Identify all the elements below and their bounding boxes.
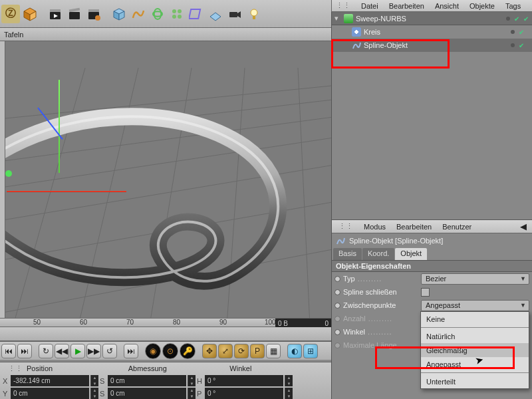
axis-y-icon [59,80,60,173]
menu-datei[interactable]: Datei [361,2,378,10]
axis-x-icon [7,191,126,192]
chevron-down-icon: ▼ [520,275,526,282]
hdr-winkel: Winkel [229,364,331,372]
typ-dropdown[interactable]: Bezier▼ [421,273,529,285]
visibility-dots: ✔✔ ✔ ✔ [503,12,532,52]
tool-clap3-icon[interactable] [84,5,103,23]
tab-basis[interactable]: Basis [333,248,362,260]
tool-cube-orange-icon[interactable] [21,5,39,23]
svg-rect-9 [88,9,99,12]
attr-menu-modus[interactable]: Modus [364,223,386,231]
svg-marker-21 [237,11,241,18]
attr-menu-benutzer[interactable]: Benutzer [442,223,471,231]
pos-y-input[interactable]: 0 cm [11,388,89,399]
attr-back-icon[interactable]: ◀ [520,221,527,231]
tab-koord[interactable]: Koord. [362,248,394,260]
disclosure-icon[interactable]: ▾ [334,14,341,23]
snap2-button[interactable]: ⊞ [303,344,318,358]
annotation-highlight-2 [375,346,515,369]
go-start-button[interactable]: ⏮ [1,344,16,358]
rotate-button[interactable]: ⟳ [234,344,249,358]
svg-rect-7 [69,7,80,12]
svg-rect-4 [50,9,61,12]
abm-y-input[interactable]: 0 cm [108,388,186,399]
play-button[interactable]: ▶ [70,344,85,358]
param-button[interactable]: P [250,344,265,358]
loop-button[interactable]: ↻ [39,344,53,358]
schliessen-checkbox[interactable] [421,288,430,297]
hdr-abmessung: Abmessung [128,364,230,372]
dd-unterteilt[interactable]: Unterteilt [421,374,529,388]
move-button[interactable]: ✥ [202,344,217,358]
tool-clap1-icon[interactable] [46,5,65,23]
svg-rect-20 [229,12,237,17]
prim-floor-icon[interactable] [206,5,225,23]
wnk-p-input[interactable]: 0 ° [205,388,283,399]
menu-objekte[interactable]: Objekte [469,2,495,10]
autokey-button[interactable]: ⊙ [162,343,178,359]
section-objekt-eigenschaften: Objekt-Eigenschaften [332,260,532,272]
anim-dot-icon[interactable] [334,289,340,295]
zwischenpunkte-dropdown[interactable]: Angepasst▼ [421,300,529,311]
tool-clap2-icon[interactable] [65,5,84,23]
objmanager-menubar: ⋮⋮ Datei Bearbeiten Ansicht Objekte Tags… [331,0,532,12]
anim-dot-icon[interactable] [334,303,340,309]
tafeln-label[interactable]: Tafeln [4,31,23,39]
svg-point-15 [178,9,182,13]
viewport-3d[interactable] [5,41,331,319]
step-fwd-button[interactable]: ▶▶ [86,344,101,358]
prim-camera-icon[interactable] [225,5,244,23]
attr-menubar: ⋮⋮ Modus Bearbeiten Benutzer ◀ [332,220,532,233]
tab-objekt[interactable]: Objekt [395,248,427,260]
obj-sweep-row[interactable]: ▾ Sweep-NURBS [332,12,532,25]
svg-point-22 [251,9,257,16]
step-back-button[interactable]: ◀◀ [55,344,69,358]
obj-kreis-row[interactable]: Kreis [332,25,532,39]
snap1-button[interactable]: ◐ [287,344,302,358]
prim-deform-icon[interactable] [187,5,205,23]
selsets-button[interactable]: ▦ [266,344,281,358]
svg-rect-6 [69,12,80,19]
prim-spline-icon[interactable] [129,5,148,23]
attr-menu-bearbeiten[interactable]: Bearbeiten [396,223,432,231]
abm-x-input[interactable]: 0 cm [108,375,186,386]
cycle-button[interactable]: ↺ [102,344,117,358]
record-button[interactable]: ◉ [145,343,161,359]
menu-tags[interactable]: Tags [505,2,521,10]
svg-point-16 [172,15,176,19]
wnk-h-input[interactable]: 0 ° [205,375,283,386]
sweep-icon [344,14,353,23]
pos-x-input[interactable]: -382.149 cm [11,375,89,386]
svg-line-35 [298,68,311,319]
chevron-down-icon: ▼ [520,302,526,309]
tafeln-bar: Tafeln [0,28,331,41]
next-key-button[interactable]: ⏭ [124,344,138,358]
prim-cube-icon[interactable] [110,5,128,23]
origin-handle[interactable] [5,170,12,177]
menu-bearbeiten[interactable]: Bearbeiten [389,2,424,10]
tool-z-icon[interactable]: Ⓩ [1,5,20,23]
ruler-frame-right: 0 [325,320,329,327]
svg-point-10 [95,15,100,21]
anim-dot-icon[interactable] [334,329,340,335]
go-end-button[interactable]: ⏭ [17,344,32,358]
prim-nurbs-icon[interactable] [148,5,167,23]
dd-keine[interactable]: Keine [421,312,529,326]
spline-icon [336,236,345,245]
svg-line-31 [5,68,85,319]
timeline-ruler[interactable]: 50 60 70 80 90 100 0 B 0 [0,318,331,327]
prim-light-icon[interactable] [245,5,263,23]
attr-title: Spline-Objekt [Spline-Objekt] [332,233,532,248]
menu-ansicht[interactable]: Ansicht [435,2,459,10]
scale-button[interactable]: ⤢ [218,344,233,358]
dd-natuerlich[interactable]: Natürlich [421,329,529,343]
transport-bar: ⏮ ⏭ ↻ ◀◀ ▶ ▶▶ ↺ ⏭ ◉ ⊙ 🔑 ✥ ⤢ ⟳ P ▦ ◐ ⊞ [0,341,331,360]
hdr-position: Position [27,364,128,372]
key-pr-button[interactable]: 🔑 [180,343,196,359]
annotation-highlight-1 [331,39,450,68]
prim-array-icon[interactable] [168,5,186,23]
svg-point-14 [172,9,176,13]
svg-rect-18 [189,9,200,19]
attr-tabs: Basis Koord. Objekt [332,248,532,260]
anim-dot-icon[interactable] [334,276,340,282]
